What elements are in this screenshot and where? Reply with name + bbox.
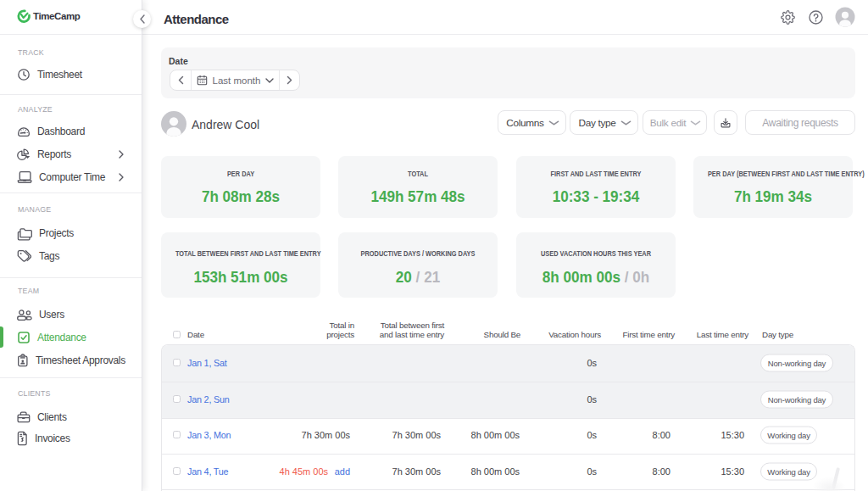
svg-text:TimeCamp: TimeCamp — [33, 11, 81, 21]
